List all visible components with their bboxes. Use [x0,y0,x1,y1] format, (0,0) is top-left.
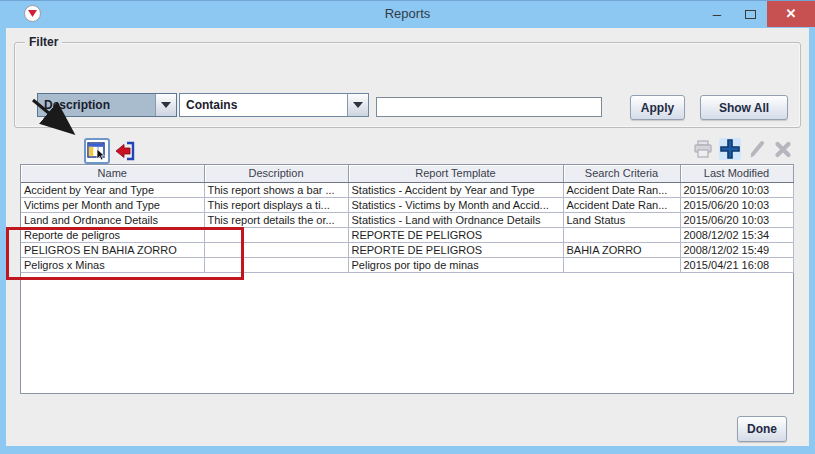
table-cell [563,257,680,272]
minimize-button[interactable]: – [701,0,733,27]
table-cell: 2008/12/02 15:34 [680,227,793,242]
filter-operator-value: Contains [180,98,347,112]
column-header-description[interactable]: Description [204,165,348,182]
table-cell: Victims per Month and Type [21,197,204,212]
column-header-name[interactable]: Name [21,165,204,182]
table-cell: Reporte de peligros [21,227,204,242]
filter-operator-dropdown[interactable]: Contains [179,93,369,117]
table-view-glyph [87,141,107,161]
table-cell: This report details the or... [204,212,348,227]
chevron-down-icon[interactable] [155,94,176,116]
table-cell: Accident Date Ran... [563,182,680,197]
table-cell: PELIGROS EN BAHIA ZORRO [21,242,204,257]
report-table-body: Accident by Year and TypeThis report sho… [21,182,793,272]
filter-search-input[interactable] [376,97,602,117]
titlebar: Reports – ✕ [0,0,815,28]
filter-field-dropdown[interactable]: Description [37,93,177,117]
delete-glyph [772,138,794,160]
show-all-button[interactable]: Show All [700,95,788,120]
print-glyph [692,138,714,160]
table-view-icon[interactable] [84,138,110,164]
apply-button[interactable]: Apply [630,95,685,120]
import-report-icon[interactable] [114,140,136,162]
table-cell: 2015/06/20 10:03 [680,212,793,227]
table-cell: Statistics - Land with Ordnance Details [348,212,563,227]
window-title: Reports [0,0,815,28]
delete-icon[interactable] [772,138,794,160]
filter-field-value: Description [38,98,155,112]
dialog-content: Filter Description Contains Apply Show A… [6,28,809,446]
table-cell: 2008/12/02 15:49 [680,242,793,257]
table-cell: Peligros x Minas [21,257,204,272]
table-cell: 2015/04/21 16:08 [680,257,793,272]
done-button[interactable]: Done [737,416,787,442]
table-cell [204,227,348,242]
table-cell: Statistics - Accident by Year and Type [348,182,563,197]
maximize-icon [745,10,756,19]
close-button[interactable]: ✕ [767,1,815,27]
table-cell: Accident by Year and Type [21,182,204,197]
add-icon[interactable] [719,138,741,160]
import-report-glyph [114,140,136,162]
table-row[interactable]: Reporte de peligrosREPORTE DE PELIGROS20… [21,227,793,242]
table-row[interactable]: PELIGROS EN BAHIA ZORROREPORTE DE PELIGR… [21,242,793,257]
filter-groupbox: Filter Description Contains Apply Show A… [14,42,801,128]
report-table-header: Name Description Report Template Search … [21,165,793,182]
table-cell: 2015/06/20 10:03 [680,197,793,212]
column-header-template[interactable]: Report Template [348,165,563,182]
print-icon[interactable] [692,138,714,160]
table-cell: Peligros por tipo de minas [348,257,563,272]
chevron-down-icon[interactable] [347,94,368,116]
edit-glyph [746,138,768,160]
filter-group-label: Filter [25,35,62,49]
table-cell: Statistics - Victims by Month and Accid.… [348,197,563,212]
table-cell: Accident Date Ran... [563,197,680,212]
report-table: Name Description Report Template Search … [20,164,794,394]
table-cell: This report displays a ti... [204,197,348,212]
table-cell: Land and Ordnance Details [21,212,204,227]
table-row[interactable]: Victims per Month and TypeThis report di… [21,197,793,212]
maximize-button[interactable] [733,0,767,27]
table-cell [204,242,348,257]
column-header-criteria[interactable]: Search Criteria [563,165,680,182]
table-cell: This report shows a bar ... [204,182,348,197]
table-cell: Land Status [563,212,680,227]
column-header-modified[interactable]: Last Modified [680,165,793,182]
table-cell: REPORTE DE PELIGROS [348,227,563,242]
table-row[interactable]: Accident by Year and TypeThis report sho… [21,182,793,197]
table-cell [204,257,348,272]
table-cell [563,227,680,242]
edit-icon[interactable] [746,138,768,160]
table-cell: BAHIA ZORRO [563,242,680,257]
table-cell: REPORTE DE PELIGROS [348,242,563,257]
add-glyph [719,138,741,160]
table-row[interactable]: Peligros x MinasPeligros por tipo de min… [21,257,793,272]
table-row[interactable]: Land and Ordnance DetailsThis report det… [21,212,793,227]
table-cell: 2015/06/20 10:03 [680,182,793,197]
reports-dialog: Reports – ✕ Filter Description Contains … [0,0,815,454]
